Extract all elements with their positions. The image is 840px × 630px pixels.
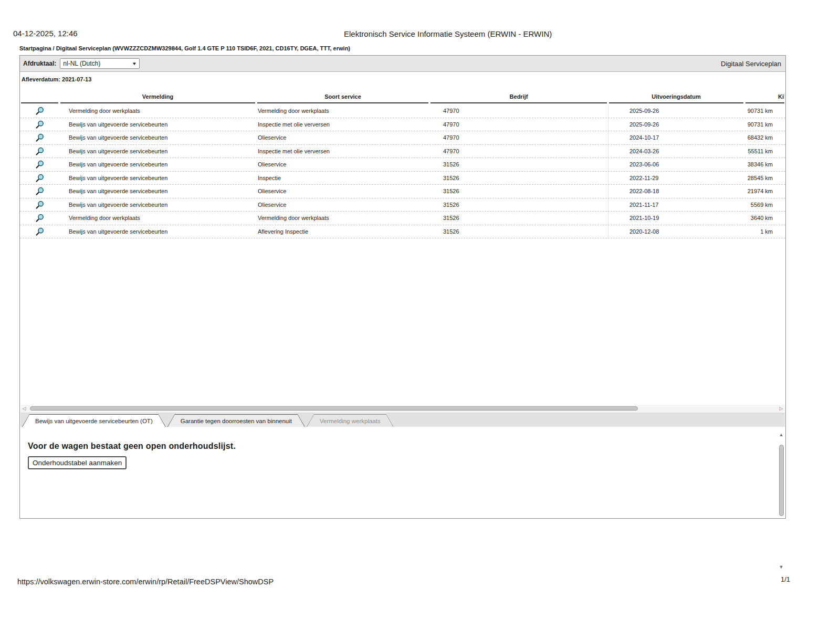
cell-uitvoeringsdatum: 2024-10-17 xyxy=(608,131,744,144)
cell-soort-service: Inspectie met olie verversen xyxy=(256,148,429,154)
cell-soort-service: Olieservice xyxy=(256,161,429,167)
cell-kilometerstand: 90731 km xyxy=(744,121,785,128)
cell-uitvoeringsdatum: 2025-09-26 xyxy=(608,104,744,118)
scroll-up-icon[interactable]: ▲ xyxy=(779,431,784,438)
cell-vermelding: Bewijs van uitgevoerde servicebeurten xyxy=(59,161,256,167)
cell-uitvoeringsdatum: 2021-10-19 xyxy=(608,212,744,225)
cell-vermelding: Bewijs van uitgevoerde servicebeurten xyxy=(59,228,256,235)
table-row: Bewijs van uitgevoerde servicebeurten Ol… xyxy=(20,198,785,212)
cell-soort-service: Aflevering Inspectie xyxy=(256,228,429,235)
print-datetime: 04-12-2025, 12:46 xyxy=(13,29,78,38)
print-language-select[interactable]: nl-NL (Dutch) ▼ xyxy=(60,58,140,69)
magnifier-icon[interactable] xyxy=(35,226,45,237)
cell-vermelding: Bewijs van uitgevoerde servicebeurten xyxy=(59,134,256,141)
magnifier-icon[interactable] xyxy=(35,159,45,170)
print-language-label: Afdruktaal: xyxy=(23,60,56,67)
table-row: Vermelding door werkplaats Vermelding do… xyxy=(20,212,785,225)
table-row: Bewijs van uitgevoerde servicebeurten In… xyxy=(20,145,785,159)
col-header-bedrijf: Bedrijf xyxy=(430,93,607,103)
cell-kilometerstand: 38346 km xyxy=(744,161,785,167)
horizontal-scrollbar-thumb[interactable] xyxy=(30,406,638,411)
tab-bewijs-van-uitgevoerde-servicebeurten-ot[interactable]: Bewijs van uitgevoerde servicebeurten (O… xyxy=(22,414,166,427)
col-header-vermelding: Vermelding xyxy=(60,93,255,103)
cell-uitvoeringsdatum: 2025-09-26 xyxy=(608,118,744,131)
no-open-maintenance-message: Voor de wagen bestaat geen open onderhou… xyxy=(28,442,236,451)
magnifier-icon[interactable] xyxy=(35,132,45,143)
scroll-right-icon[interactable]: ▷ xyxy=(778,405,785,412)
table-row: Vermelding door werkplaats Vermelding do… xyxy=(20,104,785,118)
cell-kilometerstand: 1 km xyxy=(744,228,785,235)
service-table-header: Vermelding Soort service Bedrijf Uitvoer… xyxy=(20,86,785,103)
magnifier-icon[interactable] xyxy=(35,186,45,196)
magnifier-icon[interactable] xyxy=(35,173,45,183)
magnifier-icon[interactable] xyxy=(35,106,45,116)
tab-strip: Bewijs van uitgevoerde servicebeurten (O… xyxy=(20,413,785,427)
cell-soort-service: Inspectie xyxy=(256,175,429,181)
table-row: Bewijs van uitgevoerde servicebeurten In… xyxy=(20,118,785,132)
cell-soort-service: Inspectie met olie verversen xyxy=(256,121,429,128)
cell-kilometerstand: 5569 km xyxy=(744,202,785,208)
service-table-body: Vermelding door werkplaats Vermelding do… xyxy=(20,104,785,238)
col-header-soort-service: Soort service xyxy=(257,93,428,103)
cell-vermelding: Bewijs van uitgevoerde servicebeurten xyxy=(59,175,256,181)
magnifier-icon[interactable] xyxy=(35,200,45,210)
magnifier-icon[interactable] xyxy=(35,119,45,130)
footer-url: https://volkswagen.erwin-store.com/erwin… xyxy=(17,578,274,586)
tab-vermelding-werkplaats[interactable]: Vermelding werkplaats xyxy=(307,414,394,427)
cell-bedrijf: 31526 xyxy=(429,161,608,167)
table-row: Bewijs van uitgevoerde servicebeurten Ol… xyxy=(20,131,785,145)
table-row: Bewijs van uitgevoerde servicebeurten Af… xyxy=(20,225,785,239)
tab-label: Vermelding werkplaats xyxy=(307,415,393,427)
vertical-scrollbar-thumb[interactable] xyxy=(779,445,784,516)
cell-bedrijf: 47970 xyxy=(429,134,608,141)
create-maintenance-table-button[interactable]: Onderhoudstabel aanmaken xyxy=(28,456,127,469)
cell-uitvoeringsdatum: 2023-06-06 xyxy=(608,158,744,171)
scroll-down-icon[interactable]: ▼ xyxy=(779,563,784,571)
cell-bedrijf: 47970 xyxy=(429,121,608,128)
cell-vermelding: Vermelding door werkplaats xyxy=(59,215,256,221)
magnifier-icon[interactable] xyxy=(35,213,45,223)
page-title: Elektronisch Service Informatie Systeem … xyxy=(344,29,552,38)
cell-kilometerstand: 68432 km xyxy=(744,134,785,141)
cell-vermelding: Bewijs van uitgevoerde servicebeurten xyxy=(59,202,256,208)
cell-vermelding: Bewijs van uitgevoerde servicebeurten xyxy=(59,188,256,194)
cell-vermelding: Vermelding door werkplaats xyxy=(59,108,256,114)
scroll-left-icon[interactable]: ◁ xyxy=(20,405,28,412)
print-language-value: nl-NL (Dutch) xyxy=(63,60,100,67)
cell-bedrijf: 31526 xyxy=(429,175,608,181)
magnifier-icon[interactable] xyxy=(35,146,45,156)
breadcrumb: Startpagina / Digitaal Serviceplan (WVWZ… xyxy=(19,45,350,51)
cell-bedrijf: 31526 xyxy=(429,202,608,208)
cell-bedrijf: 47970 xyxy=(429,148,608,154)
cell-kilometerstand: 3640 km xyxy=(744,215,785,221)
cell-uitvoeringsdatum: 2020-12-08 xyxy=(608,225,744,238)
tab-label: Garantie tegen doorroesten van binnenuit xyxy=(168,415,304,427)
cell-soort-service: Vermelding door werkplaats xyxy=(256,108,429,114)
cell-soort-service: Olieservice xyxy=(256,202,429,208)
cell-kilometerstand: 28545 km xyxy=(744,175,785,181)
delivery-date: Afleverdatum: 2021-07-13 xyxy=(22,76,91,82)
toolbar: Afdruktaal: nl-NL (Dutch) ▼ Digitaal Ser… xyxy=(20,56,785,72)
vertical-scrollbar[interactable]: ▲ ▼ xyxy=(778,431,785,571)
table-row: Bewijs van uitgevoerde servicebeurten Ol… xyxy=(20,158,785,172)
cell-uitvoeringsdatum: 2021-11-17 xyxy=(608,198,744,212)
horizontal-scrollbar[interactable]: ◁ ▷ xyxy=(20,405,785,412)
col-header-uitvoeringsdatum: Uitvoeringsdatum xyxy=(609,93,743,103)
open-maintenance-panel: Voor de wagen bestaat geen open onderhou… xyxy=(20,427,785,518)
cell-bedrijf: 31526 xyxy=(429,188,608,194)
cell-bedrijf: 47970 xyxy=(429,108,608,114)
tab-label: Bewijs van uitgevoerde servicebeurten (O… xyxy=(23,415,165,427)
cell-uitvoeringsdatum: 2022-08-18 xyxy=(608,185,744,198)
cell-vermelding: Bewijs van uitgevoerde servicebeurten xyxy=(59,148,256,154)
cell-soort-service: Olieservice xyxy=(256,134,429,141)
page-number: 1/1 xyxy=(781,575,790,583)
col-header-icon xyxy=(21,100,58,103)
cell-bedrijf: 31526 xyxy=(429,215,608,221)
tab-garantie-tegen-doorroesten-van-binnenuit[interactable]: Garantie tegen doorroesten van binnenuit xyxy=(167,414,305,427)
panel-title: Digitaal Serviceplan xyxy=(721,60,781,68)
cell-soort-service: Olieservice xyxy=(256,188,429,194)
cell-soort-service: Vermelding door werkplaats xyxy=(256,215,429,221)
chevron-down-icon: ▼ xyxy=(132,61,137,66)
table-row: Bewijs van uitgevoerde servicebeurten In… xyxy=(20,172,785,185)
cell-uitvoeringsdatum: 2022-11-29 xyxy=(608,172,744,185)
